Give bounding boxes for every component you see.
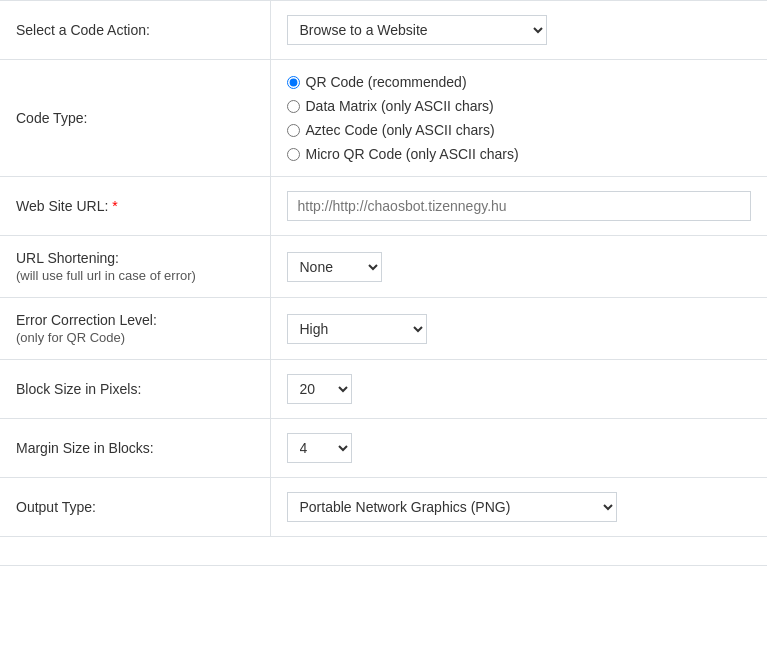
radio-microqr-label[interactable]: Micro QR Code (only ASCII chars) <box>287 146 752 162</box>
radio-datamatrix-label[interactable]: Data Matrix (only ASCII chars) <box>287 98 752 114</box>
error-correction-sublabel: (only for QR Code) <box>16 330 254 345</box>
margin-size-row: Margin Size in Blocks: 0 1 2 3 4 5 <box>0 419 767 478</box>
radio-qr-label[interactable]: QR Code (recommended) <box>287 74 752 90</box>
error-correction-label-wrap: Error Correction Level: (only for QR Cod… <box>16 312 254 345</box>
block-size-row: Block Size in Pixels: 5 10 15 20 25 30 <box>0 360 767 419</box>
url-shortening-label: URL Shortening: <box>16 250 254 266</box>
radio-microqr[interactable] <box>287 148 300 161</box>
radio-qr-text: QR Code (recommended) <box>306 74 467 90</box>
radio-aztec-label[interactable]: Aztec Code (only ASCII chars) <box>287 122 752 138</box>
margin-size-label: Margin Size in Blocks: <box>16 440 154 456</box>
radio-qr[interactable] <box>287 76 300 89</box>
code-type-label: Code Type: <box>16 110 87 126</box>
output-type-row: Output Type: Portable Network Graphics (… <box>0 478 767 537</box>
margin-size-select[interactable]: 0 1 2 3 4 5 <box>287 433 352 463</box>
website-url-label: Web Site URL: <box>16 198 108 214</box>
url-shortening-label-wrap: URL Shortening: (will use full url in ca… <box>16 250 254 283</box>
radio-datamatrix[interactable] <box>287 100 300 113</box>
url-shortening-select[interactable]: None Bitly TinyURL Goo.gl <box>287 252 382 282</box>
error-correction-row: Error Correction Level: (only for QR Cod… <box>0 298 767 360</box>
error-correction-label: Error Correction Level: <box>16 312 254 328</box>
output-type-label: Output Type: <box>16 499 96 515</box>
url-shortening-sublabel: (will use full url in case of error) <box>16 268 254 283</box>
url-shortening-row: URL Shortening: (will use full url in ca… <box>0 236 767 298</box>
radio-aztec[interactable] <box>287 124 300 137</box>
code-type-radio-group: QR Code (recommended) Data Matrix (only … <box>287 74 752 162</box>
website-url-row: Web Site URL: * <box>0 177 767 236</box>
block-size-label: Block Size in Pixels: <box>16 381 141 397</box>
radio-aztec-text: Aztec Code (only ASCII chars) <box>306 122 495 138</box>
required-star: * <box>112 198 117 214</box>
footer-row <box>0 537 767 566</box>
code-type-row: Code Type: QR Code (recommended) Data Ma… <box>0 60 767 177</box>
error-correction-select[interactable]: Low Medium High Highest <box>287 314 427 344</box>
block-size-select[interactable]: 5 10 15 20 25 30 <box>287 374 352 404</box>
form-table: Select a Code Action: Browse to a Websit… <box>0 0 767 566</box>
code-action-select[interactable]: Browse to a Website Send Email Call Numb… <box>287 15 547 45</box>
output-type-select[interactable]: Portable Network Graphics (PNG) JPEG SVG… <box>287 492 617 522</box>
radio-datamatrix-text: Data Matrix (only ASCII chars) <box>306 98 494 114</box>
code-action-label: Select a Code Action: <box>16 22 150 38</box>
website-url-input[interactable] <box>287 191 752 221</box>
code-action-row: Select a Code Action: Browse to a Websit… <box>0 1 767 60</box>
radio-microqr-text: Micro QR Code (only ASCII chars) <box>306 146 519 162</box>
